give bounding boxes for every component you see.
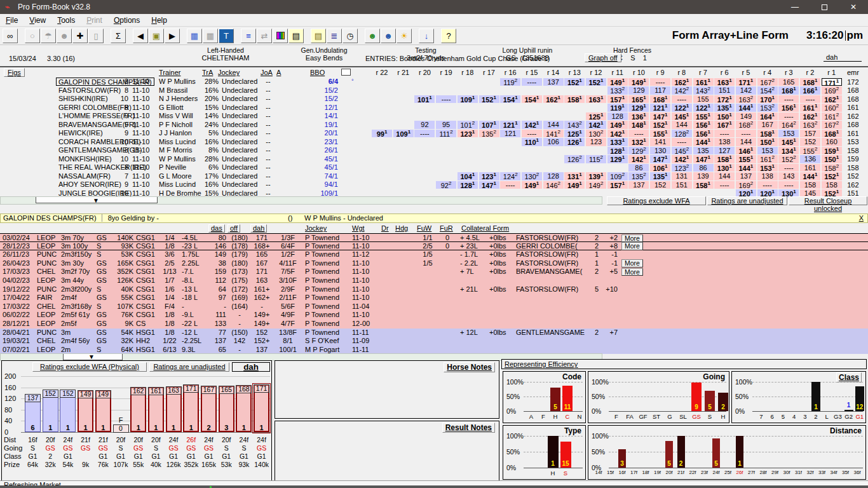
rating-cell[interactable]: 1701 <box>757 95 778 104</box>
rating-cell[interactable]: 1611 <box>693 78 714 86</box>
detail-header-das[interactable]: das <box>208 224 225 233</box>
rating-cell[interactable]: 117 <box>650 86 670 95</box>
notes-page-icon[interactable]: ▤ <box>288 29 304 43</box>
rating-cell[interactable]: 142 <box>736 86 756 95</box>
column-header-emr[interactable]: emr <box>843 69 863 77</box>
rating-cell[interactable]: ---- <box>650 78 670 86</box>
column-header-a[interactable]: A <box>276 69 281 77</box>
horse-odds[interactable]: 74/1 <box>304 172 338 180</box>
rating-cell[interactable]: 1522 <box>778 155 799 163</box>
rating-cell[interactable]: 162 <box>843 112 863 121</box>
binoculars-search-icon[interactable]: ∞ <box>3 29 18 43</box>
rating-cell[interactable]: 1552 <box>800 147 820 155</box>
rating-cell[interactable]: 158 <box>800 181 820 189</box>
rating-cell[interactable]: 1682 <box>736 121 756 129</box>
rating-cell[interactable]: 1462 <box>543 181 564 189</box>
column-header-r12[interactable]: r 12 <box>586 69 606 77</box>
column-header-r18[interactable]: r 18 <box>458 69 478 77</box>
rating-cell[interactable]: 1301 <box>714 164 735 172</box>
rating-cell[interactable]: 1261 <box>564 138 585 146</box>
column-header-r7[interactable]: r 7 <box>693 69 714 77</box>
rating-cell[interactable]: 149 <box>736 112 756 121</box>
rating-cell[interactable]: 1681 <box>800 78 820 86</box>
rating-cell[interactable]: 1671 <box>714 121 735 129</box>
rating-cell[interactable]: 1232 <box>672 164 692 172</box>
column-header-r8[interactable]: r 8 <box>672 69 692 77</box>
rating-cell[interactable]: 144 <box>736 138 756 146</box>
horse-name[interactable]: HEWICK(IRE) <box>58 129 103 137</box>
person-green-icon[interactable]: ☻ <box>365 29 380 43</box>
rating-cell[interactable]: 1391 <box>586 172 606 180</box>
more-button[interactable]: More <box>621 268 643 276</box>
rating-cell[interactable]: 161 <box>800 164 820 172</box>
rating-cell[interactable]: 1412 <box>543 130 564 138</box>
rating-cell[interactable]: 1451 <box>778 138 799 146</box>
form-row[interactable]: 28/12/23LEOP3m 100yS93KCSG11/8-23 L146(1… <box>0 242 868 251</box>
rating-cell[interactable]: 1471 <box>650 155 670 163</box>
rating-cell[interactable]: 1101 <box>522 138 542 146</box>
rating-cell[interactable]: 1441 <box>736 104 756 112</box>
rating-cell[interactable]: ---- <box>800 95 820 104</box>
form-row[interactable]: 19/03/21CHEL2m4f 56yGS32KHH21/22-2.25L13… <box>0 337 868 346</box>
dah-field-top[interactable]: dah <box>824 53 862 62</box>
rating-cell[interactable]: ---- <box>672 138 692 146</box>
rating-cell[interactable]: ---- <box>500 181 520 189</box>
detail-close-button[interactable]: X <box>859 214 864 222</box>
rating-cell[interactable]: 1492 <box>586 181 606 189</box>
rating-cell[interactable]: 144 <box>714 172 735 180</box>
restore-button[interactable] <box>810 0 839 14</box>
rating-cell[interactable]: 1152 <box>586 155 606 163</box>
rating-cell[interactable]: 1571 <box>607 181 628 189</box>
rating-cell[interactable]: 1352 <box>628 172 649 180</box>
rating-cell[interactable]: 1711 <box>822 78 842 86</box>
rating-cell[interactable]: 1112 <box>436 130 456 138</box>
horse-row[interactable]: THE REAL WHACKER(IRE)811-10P Neville6%Un… <box>0 163 868 172</box>
figs-button[interactable]: Figs <box>4 68 25 77</box>
rating-cell[interactable]: 1231 <box>458 130 478 138</box>
menu-tools[interactable]: Tools <box>51 15 81 26</box>
rating-cell[interactable]: 1422 <box>672 86 692 95</box>
rating-cell[interactable]: 1501 <box>714 112 735 121</box>
rating-cell[interactable]: 1551 <box>693 112 714 121</box>
rating-cell[interactable]: 1421 <box>628 155 649 163</box>
rating-cell[interactable]: 86 <box>693 164 714 172</box>
rating-cell[interactable]: 1491 <box>628 78 649 86</box>
rating-cell[interactable]: 1292 <box>628 147 649 155</box>
rating-cell[interactable]: 1692 <box>736 181 756 189</box>
rating-cell[interactable]: 1501 <box>822 155 842 163</box>
horse-odds[interactable]: 20/1 <box>304 129 338 137</box>
detail-header-dah[interactable]: dah <box>250 224 267 233</box>
silks-shirt-icon[interactable]: T <box>219 29 234 43</box>
column-header-r1[interactable]: r 1 <box>822 69 842 77</box>
horse-odds[interactable]: 15/2 <box>304 95 338 103</box>
horse-name[interactable]: NASSALAM(FR) <box>58 172 111 180</box>
form-row[interactable]: 03/02/24LEOP3m 70yGS140KCSG11/4-4.5L80(1… <box>0 233 868 242</box>
rating-cell[interactable]: 1501 <box>757 138 778 146</box>
rating-cell[interactable]: 1281 <box>607 147 628 155</box>
horse-odds[interactable]: 6/4 <box>304 78 338 86</box>
rating-cell[interactable]: 1302 <box>522 172 542 180</box>
close-button[interactable]: ✕ <box>839 0 868 14</box>
scroll-down-icon[interactable]: ▼ <box>93 198 99 204</box>
horse-row[interactable]: BRAVEMANSGAME(FR)911-10P F Nicholl24%Und… <box>0 121 868 130</box>
rating-cell[interactable]: 1661 <box>800 86 820 95</box>
form-row[interactable]: 06/02/22LEOP2m5f 61yGS76KCSG11/8-9.L111-… <box>0 311 868 320</box>
form-row[interactable]: 26/11/23PUNC2m3f150yS53KCSG13/61.75L149(… <box>0 250 868 259</box>
rating-cell[interactable]: 1311 <box>564 172 585 180</box>
grid-table-icon[interactable]: ▦ <box>187 29 202 43</box>
rating-cell[interactable]: 158 <box>822 181 842 189</box>
rating-cell[interactable]: 1361 <box>628 112 649 121</box>
rating-cell[interactable]: 168 <box>843 95 863 104</box>
rating-cell[interactable]: 137 <box>543 78 564 86</box>
rating-cell[interactable]: 1332 <box>607 86 628 95</box>
column-header-r15[interactable]: r 15 <box>522 69 542 77</box>
rating-cell[interactable]: ---- <box>436 95 456 104</box>
rating-cell[interactable]: 139 <box>693 172 714 180</box>
lightbulb-icon[interactable]: ☀ <box>397 29 412 43</box>
rating-cell[interactable]: 92 <box>414 121 435 129</box>
column-header-trainer[interactable]: Trainer <box>159 69 180 77</box>
rating-cell[interactable]: 1711 <box>736 78 756 86</box>
rating-cell[interactable]: ---- <box>414 130 435 138</box>
rating-cell[interactable]: 143 <box>778 172 799 180</box>
column-header-joa[interactable]: JoA <box>261 69 273 77</box>
